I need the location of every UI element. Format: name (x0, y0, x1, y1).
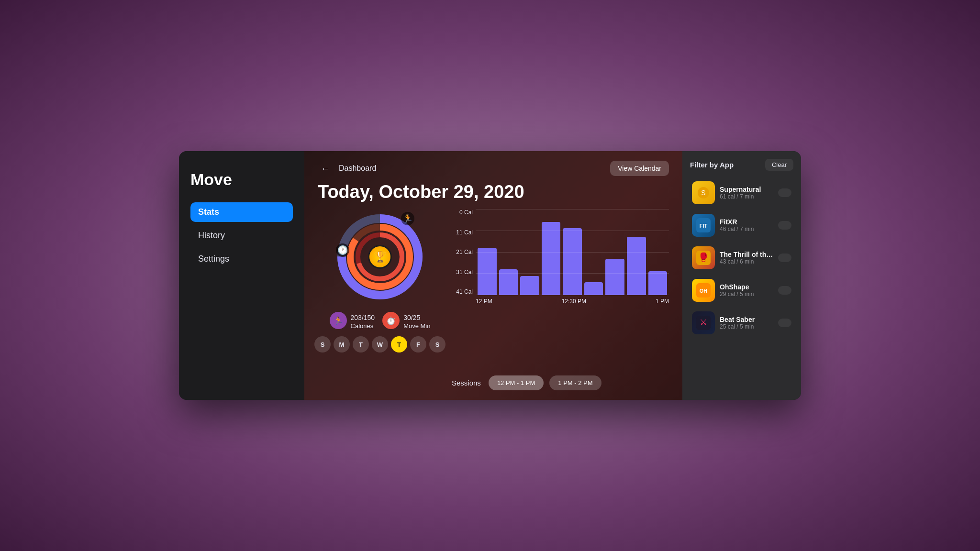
y-label-0: 0 Cal (452, 209, 476, 216)
day-btn-s2[interactable]: S (429, 336, 445, 353)
content-row: 🏃 🕐 🏆 🏃 (318, 209, 669, 390)
thrill-stats: 43 cal / 6 min (720, 258, 773, 265)
day-selector: S M T W T F S (314, 336, 445, 353)
sidebar-item-history[interactable]: History (190, 226, 293, 245)
thrill-info: The Thrill of the Fi... 43 cal / 6 min (720, 251, 773, 265)
day-btn-s1[interactable]: S (314, 336, 331, 353)
app-item-beatsaber: ⚔ Beat Saber 25 cal / 5 min (690, 309, 793, 337)
beatsaber-info: Beat Saber 25 cal / 5 min (720, 316, 773, 330)
app-window: Move Stats History Settings ← Dashboard … (179, 151, 801, 400)
fitxr-info: FitXR 46 cal / 7 min (720, 218, 773, 232)
back-button[interactable]: ← (318, 161, 333, 176)
bar-4 (542, 222, 561, 295)
right-panel: Filter by App Clear S Supernatural 61 ca… (682, 151, 801, 400)
sessions-row: Sessions 12 PM - 1 PM 1 PM - 2 PM (452, 371, 669, 390)
chart-body: 41 Cal 31 Cal 21 Cal 11 Cal 0 Cal (452, 209, 669, 295)
sidebar-item-stats[interactable]: Stats (190, 202, 293, 222)
bar-8 (627, 237, 646, 295)
sidebar-title: Move (190, 170, 293, 189)
bar-6 (584, 282, 603, 295)
main-content: ← Dashboard View Calendar Today, October… (304, 151, 682, 400)
move-min-icon: ⏱️ (382, 312, 400, 329)
header-left: ← Dashboard (318, 161, 376, 176)
ohshape-stats: 29 cal / 5 min (720, 291, 773, 298)
donut-chart: 🏃 🕐 🏆 (332, 209, 428, 305)
y-label-11: 11 Cal (452, 229, 476, 236)
day-btn-w[interactable]: W (372, 336, 388, 353)
app-item-fitxr: FIT FitXR 46 cal / 7 min (690, 211, 793, 240)
clear-button[interactable]: Clear (765, 159, 793, 171)
bar-3 (520, 276, 539, 295)
calories-numbers: 203/150 Calories (351, 311, 375, 330)
calories-value: 203/150 (351, 311, 375, 322)
trophy-icon: 🏆 (368, 245, 392, 269)
bar-chart-area: 41 Cal 31 Cal 21 Cal 11 Cal 0 Cal (452, 209, 669, 371)
y-label-21: 21 Cal (452, 249, 476, 255)
beatsaber-icon: ⚔ (692, 311, 715, 334)
y-label-31: 31 Cal (452, 269, 476, 276)
day-btn-t2[interactable]: T (391, 336, 407, 353)
app-item-ohshape: OH OhShape 29 cal / 5 min (690, 276, 793, 305)
ohshape-toggle[interactable] (778, 286, 791, 295)
app-item-thrill: 🥊 The Thrill of the Fi... 43 cal / 6 min (690, 243, 793, 272)
chart-section: 41 Cal 31 Cal 21 Cal 11 Cal 0 Cal (452, 209, 669, 390)
move-min-label: Move Min (403, 322, 430, 330)
fitxr-icon: FIT (692, 214, 715, 237)
bar-5 (563, 228, 582, 295)
ohshape-name: OhShape (720, 283, 773, 291)
filter-title: Filter by App (690, 161, 734, 169)
supernatural-icon: S (692, 181, 715, 204)
y-label-41: 41 Cal (452, 288, 476, 295)
bar-7 (605, 259, 624, 295)
sidebar: Move Stats History Settings (179, 151, 304, 400)
bars-area (476, 209, 669, 295)
beatsaber-toggle[interactable] (778, 319, 791, 327)
date-title: Today, October 29, 2020 (318, 182, 669, 202)
stats-row: 🏃 203/150 Calories ⏱️ (330, 311, 431, 330)
session-btn-2[interactable]: 1 PM - 2 PM (549, 375, 601, 390)
sidebar-item-settings[interactable]: Settings (190, 249, 293, 269)
thrill-icon: 🥊 (692, 246, 715, 269)
calories-label: Calories (351, 322, 375, 330)
grid-line-bottom (476, 209, 669, 209)
day-btn-f[interactable]: F (410, 336, 426, 353)
svg-text:🥊: 🥊 (698, 252, 709, 263)
filter-header: Filter by App Clear (690, 159, 793, 171)
sessions-label: Sessions (452, 379, 481, 387)
bar-2 (499, 269, 518, 295)
calories-icon: 🏃 (330, 312, 347, 329)
ohshape-info: OhShape 29 cal / 5 min (720, 283, 773, 298)
supernatural-toggle[interactable] (778, 188, 791, 197)
app-item-supernatural: S Supernatural 61 cal / 7 min (690, 178, 793, 207)
donut-section: 🏃 🕐 🏆 🏃 (318, 209, 442, 390)
svg-text:OH: OH (700, 288, 708, 294)
bar-9 (648, 271, 668, 295)
day-btn-t1[interactable]: T (353, 336, 369, 353)
runner-icon: 🏃 (401, 212, 414, 225)
bar-1 (478, 248, 497, 295)
calories-stat: 🏃 203/150 Calories (330, 311, 375, 330)
breadcrumb: Dashboard (339, 164, 376, 173)
fitxr-stats: 46 cal / 7 min (720, 226, 773, 232)
view-calendar-button[interactable]: View Calendar (610, 161, 669, 176)
thrill-toggle[interactable] (778, 253, 791, 262)
thrill-name: The Thrill of the Fi... (720, 251, 773, 258)
x-axis: 12 PM 12:30 PM 1 PM (452, 295, 669, 305)
fitxr-toggle[interactable] (778, 221, 791, 230)
donut-center: 🏆 (368, 245, 392, 269)
beatsaber-name: Beat Saber (720, 316, 773, 323)
supernatural-name: Supernatural (720, 186, 773, 193)
clock-icon: 🕐 (336, 243, 349, 257)
session-btn-1[interactable]: 12 PM - 1 PM (489, 375, 544, 390)
day-btn-m[interactable]: M (334, 336, 350, 353)
svg-text:⚔: ⚔ (700, 318, 707, 327)
ohshape-icon: OH (692, 279, 715, 302)
supernatural-stats: 61 cal / 7 min (720, 193, 773, 200)
y-axis: 41 Cal 31 Cal 21 Cal 11 Cal 0 Cal (452, 209, 476, 295)
beatsaber-stats: 25 cal / 5 min (720, 323, 773, 330)
move-min-stat: ⏱️ 30/25 Move Min (382, 311, 430, 330)
main-inner: ← Dashboard View Calendar Today, October… (304, 151, 682, 400)
move-min-numbers: 30/25 Move Min (403, 311, 430, 330)
svg-text:S: S (701, 189, 705, 197)
x-label-12pm: 12 PM (476, 298, 492, 305)
